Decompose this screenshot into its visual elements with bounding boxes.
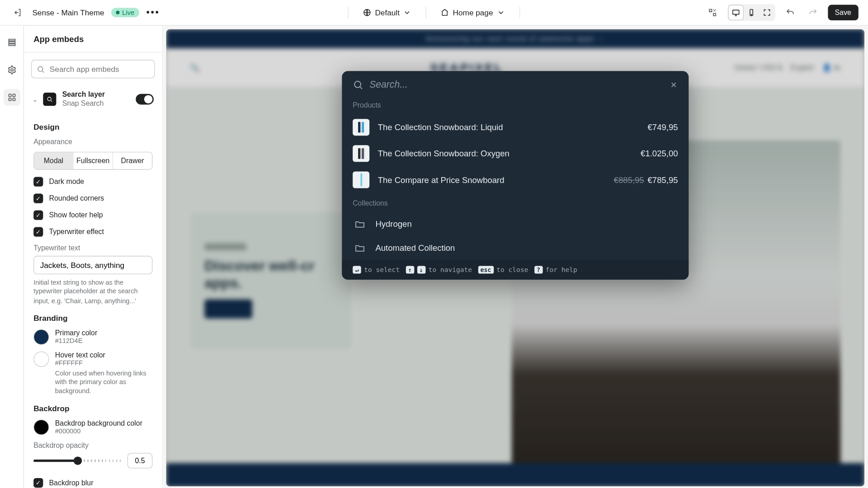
svg-rect-8 [9, 94, 11, 96]
collections-group-title: Collections [342, 197, 689, 212]
rail-settings-icon[interactable] [3, 61, 20, 78]
search-modal: Products The Collection Snowboard: Liqui… [342, 71, 689, 279]
footer-help-checkbox[interactable]: ✓Show footer help [33, 210, 152, 220]
modal-search-icon [353, 80, 363, 90]
collection-result[interactable]: Automated Collection [342, 236, 689, 260]
product-thumb [353, 145, 369, 162]
product-title: The Collection Snowboard: Oxygen [378, 149, 632, 158]
chevron-down-icon [496, 9, 505, 17]
product-result[interactable]: The Collection Snowboard: Liquid €749,95 [342, 114, 689, 141]
products-group-title: Products [342, 99, 689, 114]
hover-color-hex: #FFFFFF [55, 359, 153, 366]
svg-point-12 [38, 66, 43, 71]
backdrop-opacity-value[interactable] [127, 453, 153, 468]
svg-point-7 [10, 69, 13, 71]
backdrop-color-label: Backdrop background color [55, 419, 142, 427]
svg-point-13 [47, 97, 51, 101]
backdrop-color-hex: #000000 [55, 427, 142, 434]
appearance-drawer-option[interactable]: Drawer [113, 152, 152, 169]
branding-heading: Branding [33, 314, 152, 323]
svg-rect-11 [13, 98, 15, 100]
collection-title: Hydrogen [375, 219, 678, 229]
save-button[interactable]: Save [828, 5, 859, 20]
theme-name: Sense - Main Theme [32, 8, 104, 17]
help-key-icon: ? [534, 266, 543, 273]
typewriter-help: Initial text string to show as the typew… [33, 278, 152, 305]
divider [426, 7, 426, 19]
modal-close-button[interactable] [670, 81, 678, 89]
undo-button[interactable] [782, 5, 797, 20]
product-price: €749,95 [648, 122, 678, 132]
topbar: Sense - Main Theme Live ••• Default Home… [0, 0, 868, 26]
svg-rect-4 [9, 39, 15, 41]
primary-color-label: Primary color [55, 328, 97, 337]
context-select[interactable]: Default [363, 8, 411, 17]
search-layer-icon [43, 93, 56, 106]
collapse-caret-icon[interactable]: ⌄ [32, 96, 37, 103]
typewriter-text-input[interactable] [33, 256, 152, 274]
collection-result[interactable]: Hydrogen [342, 212, 689, 236]
modal-search-input[interactable] [369, 80, 664, 90]
inspector-icon[interactable] [704, 5, 720, 20]
search-embeds-field[interactable] [31, 60, 155, 78]
svg-point-14 [354, 81, 361, 88]
divider [348, 7, 349, 19]
rail-sections-icon[interactable] [3, 34, 20, 51]
arrow-up-key-icon: ↑ [406, 266, 414, 273]
redo-button[interactable] [805, 5, 821, 20]
hover-color-desc: Color used when hovering links with the … [55, 369, 153, 395]
product-result[interactable]: The Collection Snowboard: Oxygen €1.025,… [342, 141, 689, 167]
embed-block-row[interactable]: ⌄ Search layer Snap Search [24, 84, 162, 114]
product-thumb [353, 119, 369, 136]
search-embeds-input[interactable] [31, 60, 155, 78]
svg-rect-6 [9, 44, 15, 46]
block-title: Search layer [62, 90, 130, 99]
block-enable-toggle[interactable] [136, 94, 154, 105]
appearance-segmented: Modal Fullscreen Drawer [33, 152, 152, 170]
svg-point-3 [751, 14, 752, 15]
hover-color-swatch[interactable] [33, 352, 49, 367]
more-menu-button[interactable]: ••• [146, 7, 160, 18]
left-rail [0, 26, 24, 488]
modal-footer-help: ↵to select ↑↓to navigate escto close ?fo… [342, 260, 689, 280]
preview-canvas: Announcing our next round of awesome app… [166, 29, 864, 487]
hover-color-row[interactable]: Hover text color #FFFFFF Color used when… [33, 351, 152, 395]
svg-rect-9 [13, 94, 15, 96]
device-preview-group [727, 4, 775, 21]
appearance-modal-option[interactable]: Modal [34, 152, 73, 169]
rail-apps-icon[interactable] [3, 89, 20, 106]
folder-icon [353, 217, 367, 231]
slider-thumb[interactable] [73, 456, 82, 465]
folder-icon [353, 241, 367, 255]
backdrop-blur-checkbox[interactable]: ✓Backdrop blur [33, 478, 152, 487]
backdrop-heading: Backdrop [33, 404, 152, 413]
product-title: The Compare at Price Snowboard [378, 175, 606, 184]
product-thumb [353, 172, 369, 188]
page-select[interactable]: Home page [441, 8, 505, 17]
live-badge: Live [112, 8, 139, 17]
mobile-preview-button[interactable] [744, 5, 759, 20]
primary-color-swatch[interactable] [33, 329, 49, 345]
exit-icon[interactable] [9, 5, 25, 20]
desktop-preview-button[interactable] [728, 5, 743, 20]
typewriter-checkbox[interactable]: ✓Typerwriter effect [33, 227, 152, 236]
backdrop-opacity-slider[interactable] [33, 459, 121, 461]
product-price: €885,95€785,95 [614, 175, 678, 184]
product-title: The Collection Snowboard: Liquid [378, 122, 639, 132]
backdrop-color-row[interactable]: Backdrop background color #000000 [33, 419, 152, 435]
backdrop-color-swatch[interactable] [33, 419, 49, 435]
primary-color-row[interactable]: Primary color #112D4E [33, 328, 152, 345]
arrow-down-key-icon: ↓ [417, 266, 426, 273]
dark-mode-checkbox[interactable]: ✓Dark mode [33, 177, 152, 186]
primary-color-hex: #112D4E [55, 337, 97, 344]
rounded-corners-checkbox[interactable]: ✓Rounded corners [33, 193, 152, 203]
page-label: Home page [453, 8, 493, 17]
appearance-label: Appearance [33, 137, 152, 146]
enter-key-icon: ↵ [353, 266, 361, 273]
fullscreen-preview-button[interactable] [760, 5, 774, 20]
divider [519, 7, 520, 19]
context-label: Default [375, 8, 399, 17]
appearance-fullscreen-option[interactable]: Fullscreen [74, 152, 113, 169]
design-heading: Design [33, 122, 152, 131]
product-result[interactable]: The Compare at Price Snowboard €885,95€7… [342, 167, 689, 193]
